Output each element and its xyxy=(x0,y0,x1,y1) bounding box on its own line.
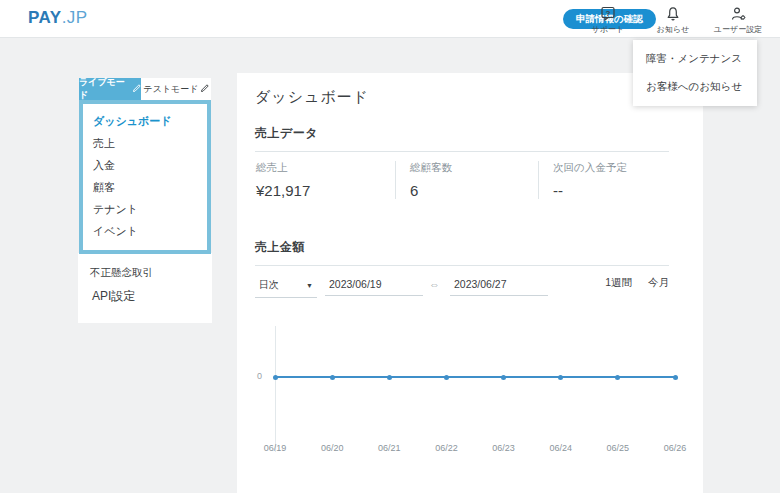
notifications-dropdown: 障害・メンテナンス お客様へのお知らせ xyxy=(633,40,757,106)
stat-next-payout: 次回の入金予定 -- xyxy=(538,161,698,199)
date-range-swap-icon: ⇔ xyxy=(429,278,440,290)
svg-text:?: ? xyxy=(606,8,611,17)
chart-data-point[interactable] xyxy=(558,375,563,380)
menu-item-customer-news[interactable]: お客様へのお知らせ xyxy=(633,73,757,101)
sales-chart: 0 06/1906/2006/2106/2206/2306/2406/2506/… xyxy=(255,321,685,466)
sidebar-item-fraud[interactable]: 不正懸念取引 xyxy=(78,261,212,283)
notifications-nav-item[interactable]: お知らせ xyxy=(647,5,699,35)
chart-line-segment xyxy=(275,376,332,378)
chart-data-point[interactable] xyxy=(330,375,335,380)
support-label: サポート xyxy=(592,24,625,35)
sidebar-menu: ダッシュボード 売上 入金 顧客 テナント イベント xyxy=(79,100,211,254)
pencil-icon xyxy=(133,84,141,94)
chart-line-segment xyxy=(446,376,503,378)
granularity-value: 日次 xyxy=(259,278,279,292)
logo-primary: PAY xyxy=(28,8,62,27)
sidebar-item-sales[interactable]: 売上 xyxy=(83,132,207,154)
stat-value: -- xyxy=(553,182,698,199)
chart-line-segment xyxy=(561,376,618,378)
chart-line-segment xyxy=(389,376,446,378)
date-from-input[interactable]: 2023/06/19 xyxy=(325,276,423,296)
chart-x-tick: 06/23 xyxy=(484,443,524,453)
user-settings-label: ユーザー設定 xyxy=(714,24,762,35)
chart-data-point[interactable] xyxy=(273,375,278,380)
bell-icon xyxy=(665,5,681,22)
tab-live-mode[interactable]: ライブモード xyxy=(79,78,141,100)
chart-x-tick: 06/25 xyxy=(598,443,638,453)
sidebar-item-tenants[interactable]: テナント xyxy=(83,198,207,220)
chart-x-tick: 06/20 xyxy=(312,443,352,453)
sales-stats-row: 総売上 ¥21,917 総顧客数 6 次回の入金予定 -- xyxy=(252,161,698,199)
quick-range-month[interactable]: 今月 xyxy=(648,276,669,290)
sidebar-item-dashboard[interactable]: ダッシュボード xyxy=(83,110,207,132)
chart-data-point[interactable] xyxy=(673,375,678,380)
help-bubble-icon: ? xyxy=(600,5,616,22)
stat-label: 総顧客数 xyxy=(410,161,538,175)
sidebar-item-api-settings[interactable]: API設定 xyxy=(78,285,212,307)
chart-data-point[interactable] xyxy=(387,375,392,380)
stat-total-sales: 総売上 ¥21,917 xyxy=(252,161,395,199)
app-header: PAY.JP 申請情報の確認 ? サポート お知らせ ユーザー設定 xyxy=(0,0,780,38)
pencil-icon xyxy=(201,84,209,94)
quick-range-links: 1週間 今月 xyxy=(605,276,669,290)
chart-data-point[interactable] xyxy=(501,375,506,380)
support-nav-item[interactable]: ? サポート xyxy=(582,5,634,35)
sidebar-item-customers[interactable]: 顧客 xyxy=(83,176,207,198)
sidebar-item-events[interactable]: イベント xyxy=(83,220,207,242)
chart-line-segment xyxy=(332,376,389,378)
sidebar-item-payouts[interactable]: 入金 xyxy=(83,154,207,176)
mode-tabs: ライブモード テストモード xyxy=(79,78,211,100)
granularity-select[interactable]: 日次 ▼ xyxy=(255,276,317,298)
user-settings-nav-item[interactable]: ユーザー設定 xyxy=(712,5,764,35)
chart-filters: 日次 ▼ 2023/06/19 ⇔ 2023/06/27 1週間 今月 xyxy=(255,276,669,298)
user-gear-icon xyxy=(730,5,747,22)
menu-item-incidents[interactable]: 障害・メンテナンス xyxy=(633,45,757,73)
sales-data-section-title: 売上データ xyxy=(255,125,669,152)
stat-label: 総売上 xyxy=(256,161,395,175)
payjp-logo[interactable]: PAY.JP xyxy=(28,8,88,28)
chart-data-point[interactable] xyxy=(444,375,449,380)
sales-amount-section-title: 売上金額 xyxy=(255,239,669,266)
chart-line-segment xyxy=(618,376,675,378)
chart-data-point[interactable] xyxy=(615,375,620,380)
chart-plot: 06/1906/2006/2106/2206/2306/2406/2506/26 xyxy=(255,321,685,466)
notifications-label: お知らせ xyxy=(657,24,690,35)
stat-total-customers: 総顧客数 6 xyxy=(395,161,538,199)
page-title: ダッシュボード xyxy=(255,88,369,107)
chart-x-tick: 06/26 xyxy=(655,443,695,453)
quick-range-week[interactable]: 1週間 xyxy=(605,276,632,290)
date-to-input[interactable]: 2023/06/27 xyxy=(450,276,548,296)
chart-x-tick: 06/19 xyxy=(255,443,295,453)
stat-value: 6 xyxy=(410,182,538,199)
tab-test-label: テストモード xyxy=(143,83,198,96)
chart-x-tick: 06/21 xyxy=(369,443,409,453)
chart-line-segment xyxy=(504,376,561,378)
tab-live-label: ライブモード xyxy=(79,76,131,102)
main-panel: ダッシュボード 売上データ 総売上 ¥21,917 総顧客数 6 次回の入金予定… xyxy=(237,73,703,493)
stat-value: ¥21,917 xyxy=(256,182,395,199)
chart-x-tick: 06/24 xyxy=(541,443,581,453)
sidebar-secondary: 不正懸念取引 API設定 xyxy=(78,253,212,323)
logo-secondary: .JP xyxy=(62,8,88,27)
chart-x-tick: 06/22 xyxy=(426,443,466,453)
chevron-down-icon: ▼ xyxy=(306,282,313,289)
tab-test-mode[interactable]: テストモード xyxy=(141,78,211,100)
stat-label: 次回の入金予定 xyxy=(553,161,698,175)
header-nav: ? サポート お知らせ ユーザー設定 xyxy=(582,5,764,35)
